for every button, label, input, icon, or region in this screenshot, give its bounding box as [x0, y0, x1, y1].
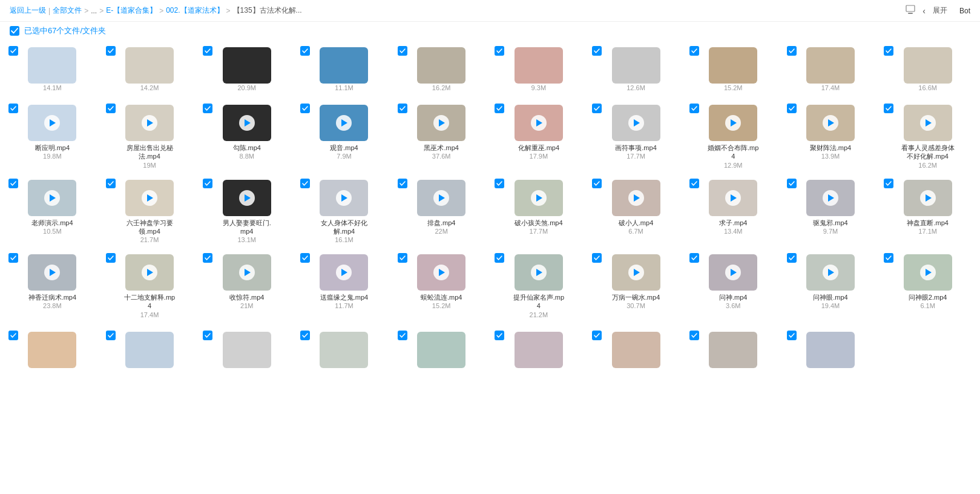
play-button[interactable] — [142, 190, 157, 206]
file-checkbox[interactable] — [8, 104, 18, 113]
play-button[interactable] — [44, 190, 60, 206]
file-item[interactable]: 化解重巫.mp417.9M — [491, 100, 586, 173]
play-button[interactable] — [823, 115, 838, 131]
file-item[interactable]: 神香迁病术.mp423.8M — [5, 249, 100, 322]
all-files-link[interactable]: 全部文件 — [53, 5, 82, 16]
file-item[interactable]: 画符事项.mp417.7M — [588, 100, 683, 173]
file-item[interactable]: 蜈蚣流连.mp415.2M — [394, 249, 489, 322]
file-item[interactable]: 求子.mp413.4M — [686, 175, 781, 248]
play-button[interactable] — [823, 190, 838, 206]
play-button[interactable] — [336, 190, 352, 206]
file-item[interactable]: 聚财阵法.mp413.9M — [783, 100, 878, 173]
file-checkbox[interactable] — [689, 331, 699, 340]
file-grid-container[interactable]: 14.1M14.2M20.9M11.1M16.2M9.3M12.6M15.2M1… — [0, 40, 980, 492]
file-checkbox[interactable] — [106, 46, 116, 56]
file-checkbox[interactable] — [398, 46, 407, 56]
file-checkbox[interactable] — [8, 46, 18, 56]
file-item[interactable]: 万病一碗水.mp430.7M — [588, 249, 683, 322]
file-item[interactable]: 断应明.mp419.8M — [5, 100, 100, 173]
file-checkbox[interactable] — [884, 104, 893, 113]
file-item[interactable]: 老师演示.mp410.5M — [5, 175, 100, 248]
file-item[interactable]: 15.2M — [686, 42, 781, 95]
play-button[interactable] — [725, 115, 741, 131]
file-item[interactable] — [783, 327, 878, 372]
file-item[interactable] — [5, 327, 100, 372]
file-item[interactable] — [491, 327, 586, 372]
play-button[interactable] — [336, 265, 352, 280]
file-checkbox[interactable] — [787, 46, 797, 56]
file-item[interactable]: 黑巫术.mp437.6M — [394, 100, 489, 173]
file-item[interactable]: 问神.mp43.6M — [686, 249, 781, 322]
crumb1-link[interactable]: E-【道家合集】 — [106, 5, 157, 16]
file-checkbox[interactable] — [398, 331, 407, 340]
file-checkbox[interactable] — [689, 253, 699, 263]
file-item[interactable] — [394, 327, 489, 372]
file-item[interactable]: 收惊符.mp421M — [199, 249, 294, 322]
play-button[interactable] — [920, 265, 936, 280]
file-item[interactable]: 16.6M — [880, 42, 975, 95]
play-button[interactable] — [531, 115, 547, 131]
file-checkbox[interactable] — [787, 179, 797, 188]
upload-icon[interactable] — [906, 5, 915, 16]
file-item[interactable]: 问神眼.mp419.4M — [783, 249, 878, 322]
file-item[interactable]: 14.2M — [102, 42, 197, 95]
file-item[interactable]: 勾陈.mp48.8M — [199, 100, 294, 173]
file-checkbox[interactable] — [398, 253, 407, 263]
play-button[interactable] — [628, 265, 644, 280]
file-item[interactable]: 16.2M — [394, 42, 489, 95]
file-item[interactable]: 观音.mp47.9M — [297, 100, 392, 173]
file-checkbox[interactable] — [787, 331, 797, 340]
play-button[interactable] — [531, 265, 547, 280]
file-checkbox[interactable] — [592, 331, 602, 340]
file-checkbox[interactable] — [592, 253, 602, 263]
expand-button[interactable]: 展开 — [933, 5, 947, 16]
file-checkbox[interactable] — [495, 253, 504, 263]
file-item[interactable]: 破小孩关煞.mp417.7M — [491, 175, 586, 248]
file-checkbox[interactable] — [495, 104, 504, 113]
file-item[interactable]: 十二地支解释.mp417.4M — [102, 249, 197, 322]
play-button[interactable] — [239, 115, 255, 131]
crumb2-link[interactable]: 002.【道家法术】 — [166, 5, 223, 16]
file-checkbox[interactable] — [300, 179, 310, 188]
file-item[interactable] — [297, 327, 392, 372]
chevron-left-icon[interactable]: ‹ — [922, 6, 926, 16]
file-item[interactable]: 房屋出售出兑秘法.mp419M — [102, 100, 197, 173]
file-item[interactable]: 问神眼2.mp46.1M — [880, 249, 975, 322]
file-item[interactable]: 20.9M — [199, 42, 294, 95]
play-button[interactable] — [433, 190, 449, 206]
file-item[interactable]: 驱鬼邪.mp49.7M — [783, 175, 878, 248]
file-item[interactable]: 提升仙家名声.mp421.2M — [491, 249, 586, 322]
file-item[interactable]: 神盘直断.mp417.1M — [880, 175, 975, 248]
file-item[interactable]: 女人身体不好化解.mp416.1M — [297, 175, 392, 248]
play-button[interactable] — [531, 190, 547, 206]
file-checkbox[interactable] — [300, 46, 310, 56]
play-button[interactable] — [433, 115, 449, 131]
file-item[interactable]: 14.1M — [5, 42, 100, 95]
file-checkbox[interactable] — [300, 331, 310, 340]
file-checkbox[interactable] — [495, 331, 504, 340]
select-all-checkbox[interactable] — [10, 26, 19, 36]
file-checkbox[interactable] — [592, 179, 602, 188]
file-item[interactable]: 送瘟缘之鬼.mp411.7M — [297, 249, 392, 322]
file-checkbox[interactable] — [8, 179, 18, 188]
file-checkbox[interactable] — [8, 253, 18, 263]
file-item[interactable]: 排盘.mp422M — [394, 175, 489, 248]
file-checkbox[interactable] — [106, 253, 116, 263]
file-checkbox[interactable] — [689, 46, 699, 56]
play-button[interactable] — [44, 115, 60, 131]
play-button[interactable] — [725, 190, 741, 206]
play-button[interactable] — [920, 190, 936, 206]
file-checkbox[interactable] — [884, 46, 893, 56]
file-item[interactable] — [199, 327, 294, 372]
file-checkbox[interactable] — [203, 104, 212, 113]
play-button[interactable] — [628, 190, 644, 206]
file-checkbox[interactable] — [203, 331, 212, 340]
play-button[interactable] — [920, 115, 936, 131]
file-checkbox[interactable] — [300, 104, 310, 113]
file-item[interactable]: 六壬神盘学习要领.mp421.7M — [102, 175, 197, 248]
file-item[interactable] — [102, 327, 197, 372]
play-button[interactable] — [142, 115, 157, 131]
file-checkbox[interactable] — [495, 46, 504, 56]
play-button[interactable] — [239, 265, 255, 280]
file-checkbox[interactable] — [787, 104, 797, 113]
